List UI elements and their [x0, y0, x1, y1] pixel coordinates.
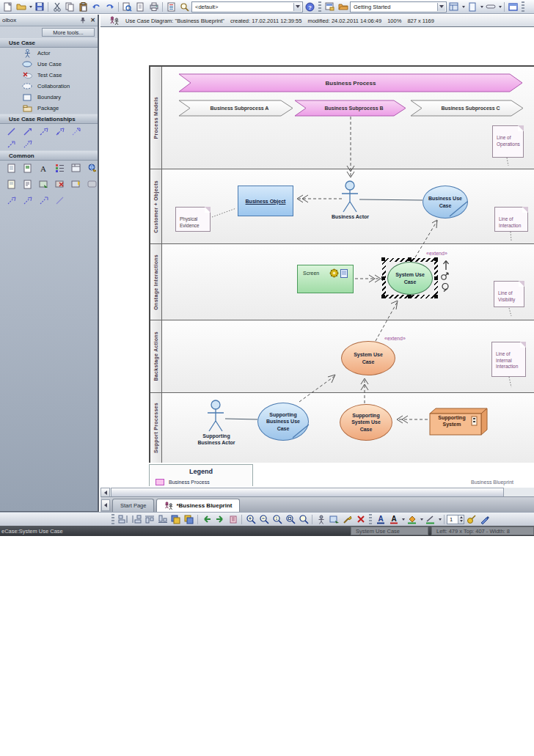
toolbox-header[interactable]: olbox ✕	[0, 15, 98, 26]
legend-box[interactable]: Legend Business Process	[149, 464, 253, 486]
screen-shape[interactable]: Screen	[297, 265, 354, 293]
tab-start-page[interactable]: Start Page	[112, 499, 154, 512]
diagram-canvas[interactable]: Process Models Customer + Objects Onstag…	[100, 27, 534, 486]
search-icon[interactable]	[121, 1, 134, 12]
toolbox-item-collaboration[interactable]: Collaboration	[0, 81, 98, 92]
text-highlight-icon[interactable]: A	[387, 513, 400, 525]
horizontal-scrollbar[interactable]	[100, 487, 534, 496]
dropdown-caret[interactable]	[439, 518, 442, 521]
tab-scroll-left-button[interactable]	[101, 499, 110, 511]
appearance-icon[interactable]	[328, 513, 340, 525]
line-color-icon[interactable]	[424, 513, 436, 525]
close-icon[interactable]: ✕	[90, 17, 95, 23]
quicklink-male-icon[interactable]	[440, 271, 450, 281]
toolbar-grip[interactable]	[318, 1, 321, 12]
supporting-system-shape[interactable]: Supporting System	[429, 408, 488, 436]
diagram-frame-icon[interactable]	[70, 163, 81, 173]
include-icon[interactable]	[38, 126, 49, 136]
note-link-icon[interactable]	[6, 195, 17, 205]
zoom-in-icon[interactable]	[244, 513, 257, 525]
report-icon[interactable]	[165, 1, 178, 12]
generalize-icon[interactable]	[22, 126, 33, 136]
toolbox-item-test-case[interactable]: Test Case	[0, 70, 98, 81]
note-physical-evidence[interactable]: Physical Evidence	[175, 207, 211, 232]
dropdown-caret[interactable]	[462, 6, 465, 8]
image-link-icon[interactable]	[38, 179, 49, 189]
format-painter-icon[interactable]	[341, 513, 354, 525]
undo-icon[interactable]	[90, 1, 103, 12]
set-font-icon[interactable]	[315, 513, 327, 525]
align-left-icon[interactable]	[117, 513, 129, 525]
combo-dropdown[interactable]	[437, 3, 445, 11]
supporting-business-actor-figure[interactable]	[206, 400, 225, 432]
model-view-icon[interactable]	[323, 1, 336, 12]
realize-icon[interactable]	[70, 126, 81, 136]
quicklink-up-arrow-icon[interactable]	[442, 260, 450, 271]
business-use-case-shape[interactable]: Business Use Case	[423, 186, 468, 219]
selection-handle[interactable]	[381, 276, 385, 280]
toolbar-grip[interactable]	[369, 514, 372, 524]
style-combo[interactable]: <default>	[191, 1, 303, 12]
line-width-spinner[interactable]: 1	[447, 515, 464, 524]
business-process-shape[interactable]: Business Process	[178, 73, 523, 92]
note-line-of-internal-interaction[interactable]: Line of Internal Interaction	[491, 342, 526, 377]
zoom-fit-icon[interactable]	[284, 513, 296, 525]
subprocess-c-shape[interactable]: Business Subprocess C	[410, 100, 524, 117]
tab-business-blueprint[interactable]: *Business Blueprint	[156, 499, 240, 512]
page-layout-icon[interactable]	[466, 1, 478, 12]
toolbox-section-relationships[interactable]: Use Case Relationships	[0, 114, 98, 124]
pen-icon[interactable]	[478, 513, 491, 525]
pin-icon[interactable]	[80, 17, 86, 23]
align-top-icon[interactable]	[143, 513, 156, 525]
dependency2-icon[interactable]	[38, 195, 49, 205]
combo-dropdown[interactable]	[293, 3, 301, 11]
workspace-combo[interactable]: Getting Started	[350, 1, 447, 12]
layout-grid-icon[interactable]	[447, 1, 460, 12]
align-bottom-icon[interactable]	[156, 513, 169, 525]
selection-handle[interactable]	[381, 295, 385, 298]
nudge-left-icon[interactable]	[200, 513, 213, 525]
more-tools-button[interactable]: More tools...	[42, 28, 95, 37]
system-use-case-onstage-shape[interactable]: System Use Case	[387, 262, 433, 295]
dropdown-caret[interactable]	[402, 518, 405, 521]
trace-icon[interactable]	[22, 139, 33, 149]
toolbox-item-use-case[interactable]: Use Case	[0, 59, 98, 70]
plain-line-icon[interactable]	[54, 195, 65, 205]
zoom-document-icon[interactable]	[178, 1, 191, 12]
copy-icon[interactable]	[64, 1, 76, 12]
zoom-100-icon[interactable]: 1	[271, 513, 283, 525]
new-file-icon[interactable]	[1, 1, 14, 12]
selection-handle[interactable]	[381, 257, 385, 261]
toolbar-grip[interactable]	[111, 514, 114, 524]
open-dropdown-caret[interactable]	[29, 6, 32, 8]
dropdown-caret[interactable]	[420, 518, 423, 521]
zoom-custom-icon[interactable]	[297, 513, 310, 525]
delete-icon[interactable]	[354, 513, 367, 525]
align-right-icon[interactable]	[130, 513, 142, 525]
selection-handle[interactable]	[434, 257, 438, 261]
extend-icon[interactable]	[54, 126, 65, 136]
document-artifact-icon[interactable]	[22, 163, 33, 173]
same-height-icon[interactable]	[183, 513, 195, 525]
toolbox-item-boundary[interactable]: Boundary	[0, 92, 98, 103]
selection-handle[interactable]	[434, 276, 438, 280]
note-line-of-interaction[interactable]: Line of Interaction	[494, 207, 528, 232]
fill-color-icon[interactable]	[406, 513, 418, 525]
connector-style-icon[interactable]	[484, 1, 497, 12]
autosize-icon[interactable]	[227, 513, 239, 525]
document-icon[interactable]	[134, 1, 147, 12]
dependency-icon[interactable]	[6, 139, 17, 149]
artifact-icon[interactable]	[6, 163, 17, 173]
dropdown-caret[interactable]	[499, 6, 502, 8]
open-project-icon[interactable]	[337, 1, 349, 12]
paste-icon[interactable]	[77, 1, 89, 12]
selection-handle[interactable]	[408, 295, 412, 298]
system-use-case-backstage-shape[interactable]: System Use Case	[341, 341, 395, 375]
style-brush-icon[interactable]	[465, 513, 478, 525]
image-delete-icon[interactable]	[54, 179, 65, 189]
toolbox-section-use-case[interactable]: Use Case	[0, 37, 98, 48]
cut-icon[interactable]	[51, 1, 63, 12]
shape-icon[interactable]	[87, 179, 98, 189]
image-new-icon[interactable]	[70, 179, 81, 189]
business-actor-figure[interactable]	[340, 180, 359, 213]
